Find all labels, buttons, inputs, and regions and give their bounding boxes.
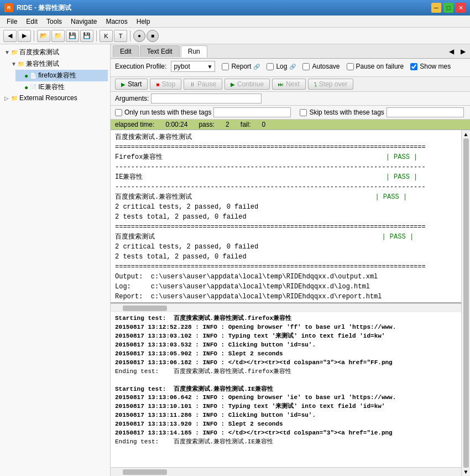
vscroll-thumb[interactable] <box>463 138 469 468</box>
toolbar-k-button[interactable]: K <box>100 30 113 42</box>
continue-play-icon: ▶ <box>231 81 235 87</box>
skip-tags-checkbox[interactable] <box>300 109 307 116</box>
tab-edit[interactable]: Edit <box>113 45 139 57</box>
main-area: ▼ 📁 百度搜索测试 ▼ 📁 兼容性测试 ● 📄 firefox兼容性 ● 📄 … <box>0 44 470 476</box>
tree-label-2: 兼容性测试 <box>26 59 59 69</box>
tab-run[interactable]: Run <box>181 45 207 58</box>
output-log-container: 百度搜索测试.兼容性测试 ===========================… <box>111 130 470 476</box>
menu-navigate[interactable]: Navigate <box>66 17 101 27</box>
output-vscroll[interactable]: ▲ ▼ <box>461 130 470 476</box>
menu-macros[interactable]: Macros <box>101 17 132 27</box>
stop-label: Stop <box>161 80 175 88</box>
show-mes-checkbox[interactable] <box>410 63 417 70</box>
log-line-6: 20150817 13:13:06.182 : INFO : </td></tr… <box>115 359 457 368</box>
toolbar-open2-button[interactable]: 📁 <box>51 30 65 42</box>
output-line-8: 2 critical tests, 2 passed, 0 failed <box>115 202 457 212</box>
file-icon-1: 📄 <box>30 73 36 79</box>
right-panel: Edit Text Edit Run ◀ ▶ Execution Profile… <box>111 44 470 476</box>
log-line-8 <box>115 376 457 385</box>
pass-badge-2: | PASS | <box>386 173 418 181</box>
toolbar-back-button[interactable]: ◀ <box>3 30 17 42</box>
report-label: Report <box>231 63 251 70</box>
report-link-icon: 🔗 <box>253 64 260 70</box>
tab-text-edit[interactable]: Text Edit <box>140 45 180 57</box>
log-hscroll-thumb[interactable] <box>123 469 167 475</box>
step-over-button[interactable]: ⤵ Step over <box>308 79 353 90</box>
log-line-7: Ending test: 百度搜索测试.兼容性测试.firefox兼容性 <box>115 368 457 376</box>
elapsed-pass-count: 2 <box>226 121 229 128</box>
toolbar-separator-1 <box>34 30 34 42</box>
pass-badge-1: | PASS | <box>386 153 418 161</box>
toolbar-stop-record-button[interactable]: ■ <box>147 30 159 42</box>
log-label: Log <box>276 63 287 70</box>
tab-nav-prev[interactable]: ◀ <box>447 46 456 56</box>
log-area[interactable]: Starting test: 百度搜索测试.兼容性测试.firefox兼容性 2… <box>111 312 461 467</box>
only-run-tags-input[interactable] <box>213 107 291 117</box>
vscroll-up-btn[interactable]: ▲ <box>463 131 469 137</box>
file-icon-2: 📄 <box>30 84 36 90</box>
skip-tags-label: Skip tests with these tags <box>309 108 384 116</box>
stop-button[interactable]: ■ Stop <box>150 79 181 90</box>
pause-on-failure-checkbox[interactable] <box>347 63 354 70</box>
tree-item-external[interactable]: ▷ 📁 External Resources <box>2 93 108 103</box>
output-line-16: Log: c:\users\auser\appdata\local\temp\R… <box>115 282 457 292</box>
exec-profile-label: Execution Profile: <box>115 63 166 70</box>
menu-edit[interactable]: Edit <box>22 17 42 27</box>
arguments-input[interactable] <box>151 94 262 104</box>
autosave-checkbox[interactable] <box>302 63 310 70</box>
elapsed-time: 0:00:24 <box>165 121 187 128</box>
log-hscroll[interactable] <box>111 467 461 476</box>
output-area[interactable]: 百度搜索测试.兼容性测试 ===========================… <box>111 130 461 303</box>
tab-nav-next[interactable]: ▶ <box>458 46 468 56</box>
tree-item-firefox[interactable]: ● 📄 firefox兼容性 <box>15 70 108 81</box>
exec-profile-dropdown[interactable]: pybot ▼ <box>171 61 215 72</box>
pass-badge-4: | PASS | <box>382 233 414 241</box>
output-line-7: 百度搜索测试.兼容性测试 | PASS | <box>115 192 457 202</box>
toolbar-forward-button[interactable]: ▶ <box>18 30 31 42</box>
only-run-tags-checkbox[interactable] <box>115 109 122 116</box>
maximize-button[interactable]: □ <box>443 3 453 13</box>
pause-button[interactable]: ⏸ Pause <box>184 79 222 90</box>
output-hscroll[interactable] <box>111 303 461 312</box>
elapsed-label: elapsed time: <box>115 121 154 128</box>
report-checkbox[interactable] <box>222 63 229 70</box>
tree-label-5: External Resources <box>19 94 77 102</box>
tree-label-3: firefox兼容性 <box>38 71 76 80</box>
action-buttons-row: ▶ Start ■ Stop ⏸ Pause ▶ Continue ⏭ Next… <box>111 77 470 92</box>
arguments-label: Arguments: <box>115 95 149 102</box>
output-hscroll-thumb[interactable] <box>123 306 167 311</box>
minimize-button[interactable]: ─ <box>431 3 441 13</box>
skip-tags-input[interactable] <box>387 107 464 117</box>
continue-button[interactable]: ▶ Continue <box>224 79 270 90</box>
tree-label-1: 百度搜索测试 <box>19 48 59 57</box>
tree-item-baidu-search[interactable]: ▼ 📁 百度搜索测试 <box>2 46 108 58</box>
tab-bar: Edit Text Edit Run ◀ ▶ <box>111 44 470 59</box>
tree-item-ie[interactable]: ● 📄 IE兼容性 <box>15 81 108 93</box>
arguments-row: Arguments: <box>111 92 470 106</box>
close-button[interactable]: ✕ <box>456 3 466 13</box>
log-line-10: 20150817 13:13:06.642 : INFO : Opening b… <box>115 394 457 402</box>
output-line-6: ----------------------------------------… <box>115 182 457 192</box>
continue-label: Continue <box>237 80 264 88</box>
vscroll-down-btn[interactable]: ▼ <box>463 469 469 475</box>
log-checkbox[interactable] <box>267 63 274 70</box>
exec-profile-value: pybot <box>174 63 190 70</box>
toolbar-save-button[interactable]: 💾 <box>66 30 79 42</box>
tags-row: Only run tests with these tags Skip test… <box>111 106 470 120</box>
toolbar-open-button[interactable]: 📂 <box>37 30 50 42</box>
toolbar-t-button[interactable]: T <box>114 30 127 42</box>
toolbar-save2-button[interactable]: 💾 <box>80 30 93 42</box>
log-line-1: Starting test: 百度搜索测试.兼容性测试.firefox兼容性 <box>115 314 457 323</box>
elapsed-fail-label: fail: <box>241 121 251 128</box>
left-panel: ▼ 📁 百度搜索测试 ▼ 📁 兼容性测试 ● 📄 firefox兼容性 ● 📄 … <box>0 44 111 476</box>
run-controls: Execution Profile: pybot ▼ Report 🔗 Log … <box>111 59 470 77</box>
menu-file[interactable]: File <box>2 17 22 27</box>
menu-help[interactable]: Help <box>132 17 155 27</box>
output-line-17: Report: c:\users\auser\appdata\local\tem… <box>115 292 457 302</box>
toolbar-record-button[interactable]: ● <box>133 30 145 42</box>
start-button[interactable]: ▶ Start <box>115 79 148 90</box>
next-button[interactable]: ⏭ Next <box>272 79 306 90</box>
tree-item-compatibility[interactable]: ▼ 📁 兼容性测试 <box>9 58 108 70</box>
menu-tools[interactable]: Tools <box>42 17 66 27</box>
expand-icon-2: ▼ <box>11 61 18 67</box>
